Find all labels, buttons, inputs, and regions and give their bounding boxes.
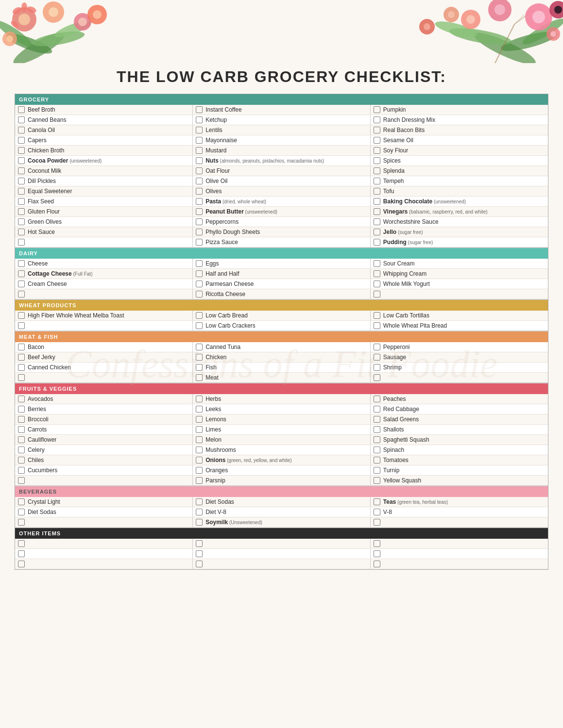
checkbox[interactable]	[196, 416, 203, 423]
checkbox[interactable]	[18, 116, 25, 123]
checkbox[interactable]	[374, 561, 380, 567]
checkbox[interactable]	[18, 208, 25, 215]
checkbox[interactable]	[374, 519, 380, 526]
checkbox[interactable]	[18, 137, 25, 144]
checkbox[interactable]	[374, 178, 380, 184]
checkbox[interactable]	[374, 229, 380, 235]
checkbox[interactable]	[18, 270, 25, 277]
checkbox[interactable]	[374, 137, 380, 144]
checkbox[interactable]	[196, 281, 203, 287]
checkbox[interactable]	[374, 322, 380, 329]
checkbox[interactable]	[374, 106, 380, 113]
checkbox[interactable]	[374, 447, 380, 453]
checkbox[interactable]	[18, 519, 25, 526]
checkbox[interactable]	[374, 509, 380, 515]
checkbox[interactable]	[18, 354, 25, 361]
checkbox[interactable]	[196, 137, 203, 144]
checkbox[interactable]	[374, 550, 380, 557]
checkbox[interactable]	[18, 550, 25, 557]
checkbox[interactable]	[196, 106, 203, 113]
checkbox[interactable]	[18, 260, 25, 267]
checkbox[interactable]	[374, 208, 380, 215]
checkbox[interactable]	[18, 312, 25, 319]
checkbox[interactable]	[18, 198, 25, 205]
checkbox[interactable]	[196, 127, 203, 133]
checkbox[interactable]	[18, 447, 25, 453]
checkbox[interactable]	[196, 354, 203, 361]
checkbox[interactable]	[196, 229, 203, 235]
checkbox[interactable]	[196, 426, 203, 433]
checkbox[interactable]	[374, 498, 380, 505]
checkbox[interactable]	[196, 477, 203, 484]
checkbox[interactable]	[374, 436, 380, 443]
checkbox[interactable]	[18, 178, 25, 184]
checkbox[interactable]	[18, 239, 25, 246]
checkbox[interactable]	[374, 167, 380, 174]
checkbox[interactable]	[18, 498, 25, 505]
checkbox[interactable]	[196, 188, 203, 195]
checkbox[interactable]	[18, 322, 25, 329]
checkbox[interactable]	[18, 157, 25, 164]
checkbox[interactable]	[196, 374, 203, 381]
checkbox[interactable]	[196, 208, 203, 215]
checkbox[interactable]	[196, 198, 203, 205]
checkbox[interactable]	[374, 416, 380, 423]
checkbox[interactable]	[374, 457, 380, 463]
checkbox[interactable]	[374, 260, 380, 267]
checkbox[interactable]	[18, 477, 25, 484]
checkbox[interactable]	[18, 167, 25, 174]
checkbox[interactable]	[18, 281, 25, 287]
checkbox[interactable]	[18, 291, 25, 298]
checkbox[interactable]	[374, 374, 380, 381]
checkbox[interactable]	[18, 106, 25, 113]
checkbox[interactable]	[374, 218, 380, 225]
checkbox[interactable]	[18, 147, 25, 154]
checkbox[interactable]	[18, 540, 25, 547]
checkbox[interactable]	[196, 561, 203, 567]
checkbox[interactable]	[196, 147, 203, 154]
checkbox[interactable]	[18, 467, 25, 474]
checkbox[interactable]	[374, 281, 380, 287]
checkbox[interactable]	[374, 426, 380, 433]
checkbox[interactable]	[18, 127, 25, 133]
checkbox[interactable]	[18, 406, 25, 413]
checkbox[interactable]	[374, 396, 380, 402]
checkbox[interactable]	[374, 477, 380, 484]
checkbox[interactable]	[196, 447, 203, 453]
checkbox[interactable]	[374, 239, 380, 246]
checkbox[interactable]	[196, 291, 203, 298]
checkbox[interactable]	[196, 364, 203, 371]
checkbox[interactable]	[196, 322, 203, 329]
checkbox[interactable]	[196, 550, 203, 557]
checkbox[interactable]	[374, 116, 380, 123]
checkbox[interactable]	[374, 312, 380, 319]
checkbox[interactable]	[196, 178, 203, 184]
checkbox[interactable]	[196, 218, 203, 225]
checkbox[interactable]	[18, 561, 25, 567]
checkbox[interactable]	[18, 457, 25, 463]
checkbox[interactable]	[18, 344, 25, 350]
checkbox[interactable]	[18, 436, 25, 443]
checkbox[interactable]	[374, 344, 380, 350]
checkbox[interactable]	[18, 218, 25, 225]
checkbox[interactable]	[196, 260, 203, 267]
checkbox[interactable]	[196, 498, 203, 505]
checkbox[interactable]	[374, 147, 380, 154]
checkbox[interactable]	[196, 519, 203, 526]
checkbox[interactable]	[196, 396, 203, 402]
checkbox[interactable]	[196, 116, 203, 123]
checkbox[interactable]	[196, 312, 203, 319]
checkbox[interactable]	[196, 467, 203, 474]
checkbox[interactable]	[374, 188, 380, 195]
checkbox[interactable]	[18, 188, 25, 195]
checkbox[interactable]	[196, 239, 203, 246]
checkbox[interactable]	[196, 540, 203, 547]
checkbox[interactable]	[18, 416, 25, 423]
checkbox[interactable]	[18, 229, 25, 235]
checkbox[interactable]	[196, 509, 203, 515]
checkbox[interactable]	[196, 157, 203, 164]
checkbox[interactable]	[196, 457, 203, 463]
checkbox[interactable]	[18, 509, 25, 515]
checkbox[interactable]	[196, 167, 203, 174]
checkbox[interactable]	[374, 354, 380, 361]
